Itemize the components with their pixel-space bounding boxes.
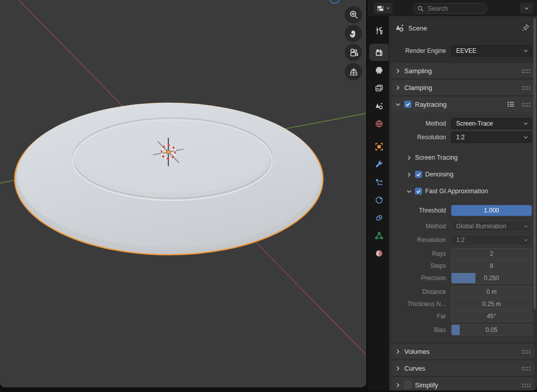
- presets-list-icon[interactable]: [507, 101, 515, 108]
- raytracing-header[interactable]: Raytracing: [391, 97, 535, 112]
- tab-view-layer[interactable]: [369, 79, 389, 97]
- field-label: Threshold: [395, 207, 451, 214]
- gi-resolution-dropdown: 1:2: [451, 234, 532, 246]
- modifiers-wrench-icon: [375, 160, 383, 169]
- drag-grip-icon[interactable]: [521, 85, 531, 90]
- breadcrumb-scene[interactable]: Scene: [408, 24, 427, 32]
- distance-field: 0 m: [451, 286, 532, 297]
- render-engine-row: Render Engine EEVEE: [395, 45, 532, 56]
- section-title: Simplify: [415, 381, 438, 389]
- tab-particles[interactable]: [369, 173, 389, 191]
- section-simplify[interactable]: Simplify: [391, 377, 535, 390]
- rt-method-row: Method Screen-Trace: [395, 118, 532, 129]
- render-properties-icon: [375, 48, 383, 57]
- subpanel-denoising[interactable]: Denoising: [391, 169, 535, 179]
- subpanel-fast-gi[interactable]: Fast GI Approximation: [391, 186, 535, 196]
- far-field: 45°: [451, 311, 532, 322]
- world-properties-icon: [375, 119, 383, 128]
- plate-object: [15, 103, 323, 255]
- gi-method-row: Method Global Illumination: [395, 221, 532, 232]
- check-icon: [416, 172, 421, 177]
- check-icon: [416, 189, 421, 194]
- field-value: 0 m: [486, 288, 496, 295]
- breadcrumb: Scene: [389, 21, 537, 35]
- tab-object[interactable]: [369, 138, 389, 155]
- section-title: Clamping: [404, 84, 432, 92]
- chevron-right-icon: [395, 85, 401, 91]
- dropdown-value: 1:2: [456, 134, 465, 141]
- tab-tool[interactable]: [369, 22, 389, 39]
- subpanel-screen-tracing[interactable]: Screen Tracing: [391, 153, 535, 163]
- steps-row: Steps 8: [395, 260, 532, 272]
- tab-object-data[interactable]: [369, 227, 389, 244]
- chevron-right-icon: [395, 382, 401, 388]
- search-field[interactable]: [413, 3, 487, 14]
- tab-physics[interactable]: [369, 191, 389, 208]
- field-value: 8: [490, 262, 493, 269]
- tab-output[interactable]: [369, 62, 389, 79]
- threshold-slider[interactable]: 1.000: [451, 205, 532, 216]
- output-properties-icon: [375, 66, 383, 75]
- section-clamping[interactable]: Clamping: [391, 80, 535, 95]
- field-label: Resolution: [395, 134, 451, 141]
- precision-row: Precision 0.250: [395, 273, 532, 284]
- properties-header-bar: [368, 0, 537, 16]
- field-label: Bias: [395, 326, 451, 334]
- chevron-down-icon: [386, 6, 390, 10]
- tab-modifiers[interactable]: [369, 156, 389, 173]
- scene-properties-icon: [375, 102, 383, 110]
- zoom-button[interactable]: [345, 6, 362, 23]
- camera-view-button[interactable]: [345, 44, 362, 61]
- object-properties-icon: [375, 142, 383, 151]
- pin-icon: [521, 23, 530, 32]
- render-engine-label: Render Engine: [395, 47, 451, 54]
- field-label: Resolution: [395, 236, 451, 244]
- chevron-right-icon: [406, 155, 412, 161]
- render-engine-dropdown[interactable]: EEVEE: [451, 45, 532, 56]
- chevron-down-icon: [523, 48, 528, 53]
- dropdown-value: 1:2: [456, 236, 465, 244]
- simplify-checkbox[interactable]: [404, 381, 411, 388]
- search-icon: [417, 6, 424, 12]
- drag-grip-icon[interactable]: [521, 102, 531, 107]
- tab-constraints[interactable]: [369, 209, 389, 226]
- section-curves[interactable]: Curves: [391, 360, 535, 376]
- field-label: Method: [395, 223, 451, 230]
- projection-button[interactable]: [345, 63, 362, 80]
- field-value: 2: [490, 250, 493, 257]
- gi-resolution-row: Resolution 1:2: [395, 234, 532, 246]
- pan-button[interactable]: [345, 25, 362, 42]
- panel-scrollbar[interactable]: [533, 18, 536, 309]
- tab-render[interactable]: [369, 44, 389, 61]
- drag-grip-icon[interactable]: [521, 69, 531, 73]
- editor-type-button[interactable]: [374, 3, 393, 14]
- pin-button[interactable]: [521, 23, 530, 32]
- drag-grip-icon[interactable]: [521, 349, 531, 354]
- search-input[interactable]: [427, 5, 483, 13]
- chevron-right-icon: [406, 172, 412, 177]
- section-sampling[interactable]: Sampling: [391, 63, 535, 78]
- chevron-down-icon: [523, 121, 528, 126]
- fast-gi-checkbox[interactable]: [415, 188, 422, 195]
- chevron-down-icon: [523, 224, 528, 229]
- drag-grip-icon[interactable]: [521, 366, 531, 371]
- tab-scene[interactable]: [369, 97, 389, 114]
- constraints-icon: [375, 214, 383, 222]
- 3d-viewport[interactable]: [0, 0, 366, 387]
- section-volumes[interactable]: Volumes: [391, 344, 535, 359]
- dropdown-value: Global Illumination: [456, 223, 506, 230]
- gi-method-dropdown: Global Illumination: [451, 221, 532, 232]
- properties-editor: Scene Render Engine EEVEE: [368, 0, 537, 390]
- properties-tab-strip: [368, 16, 389, 390]
- rt-method-dropdown[interactable]: Screen-Trace: [451, 118, 532, 129]
- thickness-field: 0.25 m: [451, 298, 532, 310]
- tab-material[interactable]: [369, 245, 389, 262]
- header-menu-button[interactable]: [520, 3, 533, 14]
- check-icon: [405, 102, 410, 107]
- rt-resolution-dropdown[interactable]: 1:2: [451, 132, 532, 143]
- raytracing-checkbox[interactable]: [404, 101, 411, 108]
- drag-grip-icon[interactable]: [521, 383, 531, 387]
- view-layer-icon: [375, 84, 383, 93]
- tab-world[interactable]: [369, 115, 389, 132]
- denoising-checkbox[interactable]: [415, 171, 422, 178]
